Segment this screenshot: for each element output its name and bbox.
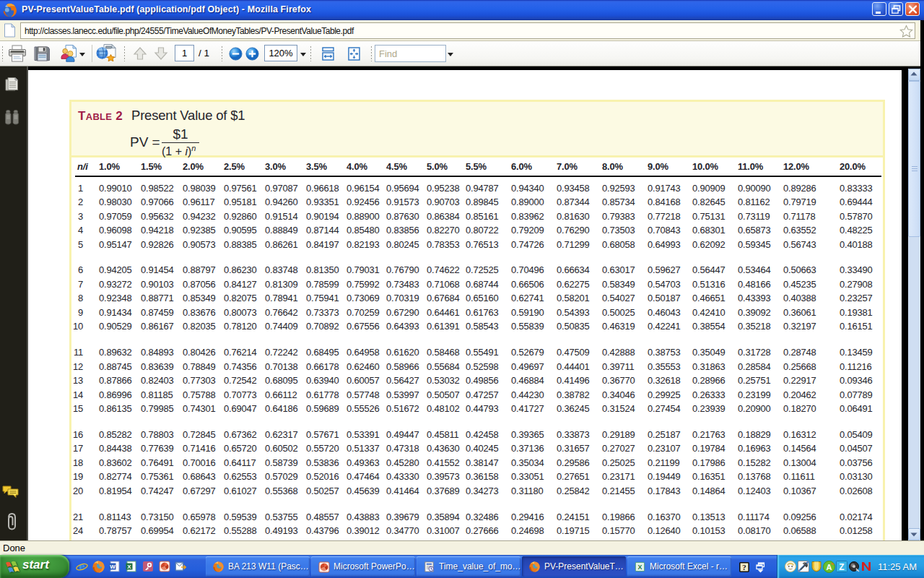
svg-text:?: ? [742,563,746,571]
svg-text:Z: Z [839,562,844,572]
svg-text:W: W [110,564,116,570]
svg-text:e: e [79,561,84,572]
svg-text:A: A [827,563,832,571]
svg-text:X: X [127,564,131,570]
svg-text:X: X [638,564,642,571]
